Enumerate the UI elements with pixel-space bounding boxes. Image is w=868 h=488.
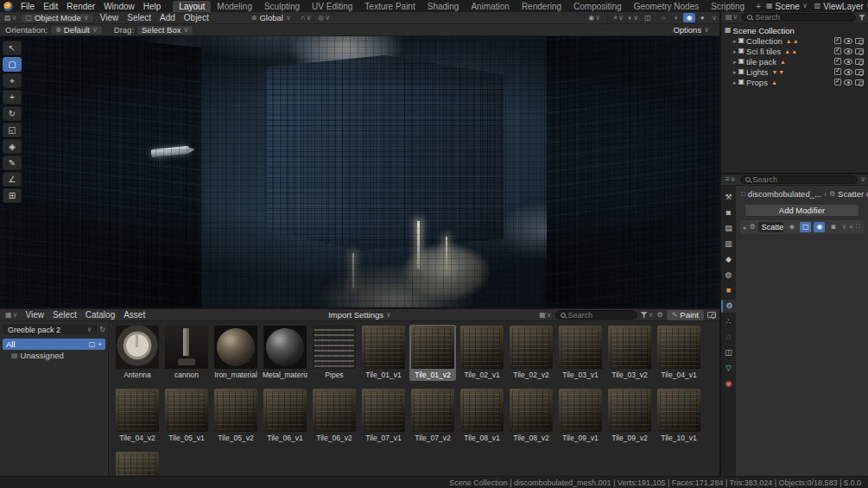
modifier-extras-icon[interactable]: ∨ — [841, 224, 846, 231]
modifier-panel-header[interactable]: ▸ ⚙ Scatter on Su... ◈ ▢ ◉ ◙ ∨ × ∷ — [740, 220, 864, 234]
properties-tab[interactable]: ▽ — [721, 362, 736, 375]
workspace-tab[interactable]: Compositing — [567, 1, 628, 12]
menu-item[interactable]: Asset — [119, 310, 149, 320]
menu-item[interactable]: Help — [139, 2, 166, 11]
tool-button[interactable]: ◈ — [3, 139, 22, 154]
expand-icon[interactable]: ▸ — [733, 69, 737, 75]
render-visibility-icon[interactable] — [855, 79, 864, 86]
properties-tab[interactable]: ■ — [721, 284, 736, 297]
hide-eye-icon[interactable] — [844, 38, 852, 44]
workspace-tab[interactable]: UV Editing — [306, 1, 358, 12]
expand-icon[interactable]: ▸ — [733, 48, 737, 54]
realtime-display-toggle[interactable]: ◉ — [814, 222, 825, 232]
menu-item[interactable]: Catalog — [81, 310, 119, 320]
asset-item[interactable]: Metal_material — [262, 325, 308, 381]
camera-icon[interactable] — [707, 312, 716, 318]
properties-tab[interactable]: ◍ — [721, 269, 736, 282]
drag-mode-dropdown[interactable]: Select Box ∨ — [136, 25, 193, 35]
properties-tab[interactable]: ◫ — [721, 346, 736, 359]
orientation-dropdown[interactable]: ⊕ Default ∨ — [50, 25, 103, 35]
scene-collection-row[interactable]: ▦ Scene Collection — [723, 25, 866, 35]
properties-tab[interactable]: ⚒ — [721, 191, 736, 204]
asset-item[interactable]: Tile_02_v2 — [508, 325, 554, 381]
expand-icon[interactable]: ▸ — [744, 225, 747, 231]
outliner-row[interactable]: ▸ ▣ Sci fi tiles ▲▲ — [723, 46, 866, 56]
asset-item[interactable]: Tile_07_v1 — [360, 388, 407, 444]
workspace-tab[interactable]: Sculpting — [258, 1, 306, 12]
tool-button[interactable]: ▢ — [3, 57, 22, 72]
tool-button[interactable]: ↖ — [3, 41, 22, 55]
workspace-tab[interactable]: Animation — [465, 1, 515, 12]
workspace-tab[interactable]: Modeling — [211, 1, 258, 12]
display-size-button[interactable]: ▦ ∨ — [539, 310, 551, 320]
editor-type-button[interactable]: ▧ ∨ — [3, 15, 18, 22]
tool-button[interactable]: ⊞ — [3, 188, 22, 203]
asset-item[interactable]: cannon — [163, 325, 210, 381]
breadcrumb-modifier[interactable]: Scatter on ... — [838, 189, 868, 199]
asset-item[interactable]: Tile_06_v1 — [262, 388, 308, 444]
render-display-toggle[interactable]: ◙ — [827, 222, 839, 232]
asset-library-dropdown[interactable]: Greeble pack 2 ∨ — [3, 324, 97, 335]
menu-item[interactable]: Object — [180, 13, 213, 22]
viewport-3d[interactable]: ↖ ▢ ⌖ + ↻ ◱ ◈ ✎ — [0, 36, 719, 307]
selectability-dropdown[interactable]: ◉ ∨ — [586, 15, 603, 22]
shading-material-button[interactable]: ◉ — [683, 13, 695, 22]
render-visibility-icon[interactable] — [855, 38, 864, 44]
asset-item[interactable]: Tile_04_v1 — [656, 325, 702, 381]
asset-search-input[interactable] — [568, 311, 632, 320]
hide-eye-icon[interactable] — [844, 48, 852, 54]
shading-wireframe-button[interactable]: ○ — [657, 13, 669, 22]
expand-icon[interactable]: ▸ — [733, 59, 737, 65]
editor-type-button[interactable]: ▤ ∨ — [724, 14, 739, 21]
options-icon[interactable]: ∨ — [860, 176, 865, 183]
workspace-tab[interactable]: Geometry Nodes — [628, 1, 706, 12]
menu-item[interactable]: Add — [155, 13, 180, 22]
scene-selector[interactable]: ▦ Scene ∨ — [766, 2, 808, 11]
outliner-row[interactable]: ▸ ▣ Collection ▲▲ — [723, 35, 866, 46]
render-visibility-icon[interactable] — [855, 69, 864, 75]
tool-button[interactable]: ∠ — [3, 172, 22, 187]
exclude-checkbox[interactable] — [834, 48, 841, 54]
asset-item[interactable]: Tile_03_v1 — [557, 325, 604, 381]
tool-button[interactable]: + — [3, 90, 22, 105]
asset-item[interactable]: Tile_07_v2 — [409, 388, 456, 444]
hide-eye-icon[interactable] — [844, 79, 852, 86]
breadcrumb-object[interactable]: discombobulated_... — [748, 189, 821, 199]
expand-icon[interactable]: ▸ — [733, 79, 737, 86]
transform-orientation-dropdown[interactable]: ⊕ Global ∨ — [246, 13, 296, 23]
snap-toggle[interactable]: ∩ ∨ — [298, 15, 314, 22]
tool-button[interactable]: ✎ — [3, 155, 22, 170]
xray-toggle[interactable]: ◫ — [642, 13, 654, 22]
expand-icon[interactable]: ▸ — [733, 38, 737, 44]
render-visibility-icon[interactable] — [855, 59, 864, 65]
proportional-editing-toggle[interactable]: ◎ ∨ — [315, 15, 333, 22]
catalog-actions[interactable]: ▢ + — [89, 341, 102, 348]
import-settings-dropdown[interactable]: Import Settings ∨ — [323, 310, 396, 320]
tool-button[interactable]: ↻ — [3, 106, 22, 121]
asset-item[interactable]: Tile_05_v2 — [212, 388, 259, 444]
catalog-item[interactable]: ▤ All ▢ + — [3, 339, 105, 350]
workspace-tab[interactable]: Texture Paint — [358, 1, 421, 12]
node-group-button[interactable]: ◈ — [786, 222, 797, 232]
menu-item[interactable]: File — [16, 2, 39, 11]
outliner-row[interactable]: ▸ ▣ Props ▲ — [723, 77, 866, 87]
show-gizmo-toggle[interactable]: ⌖ ∨ — [612, 13, 624, 22]
add-workspace-button[interactable]: + — [751, 1, 765, 12]
outliner-row[interactable]: ▸ ▣ Lights ▼▼ — [723, 67, 866, 77]
asset-item[interactable]: Tile_03_v2 — [606, 325, 653, 381]
asset-item[interactable]: Tile_10_v1 — [656, 388, 702, 444]
menu-item[interactable]: Edit — [39, 2, 62, 11]
editor-type-button[interactable]: ▦ ∨ — [3, 312, 19, 319]
menu-item[interactable]: Render — [62, 2, 99, 11]
properties-tab[interactable]: ◌ — [721, 331, 736, 344]
asset-item[interactable]: Iron_material — [212, 325, 259, 381]
menu-item[interactable]: Select — [48, 310, 81, 320]
drag-handle-icon[interactable]: ∷ — [856, 224, 860, 231]
asset-item[interactable]: Tile_09_v1 — [557, 388, 604, 444]
exclude-checkbox[interactable] — [834, 68, 841, 75]
asset-item[interactable]: Tile_08_v1 — [459, 388, 505, 444]
asset-item[interactable]: Antenna — [114, 325, 161, 381]
properties-tab[interactable]: ▥ — [721, 238, 736, 250]
asset-item[interactable]: Tile_04_v2 — [114, 388, 161, 444]
properties-tab[interactable]: ▤ — [721, 222, 736, 235]
